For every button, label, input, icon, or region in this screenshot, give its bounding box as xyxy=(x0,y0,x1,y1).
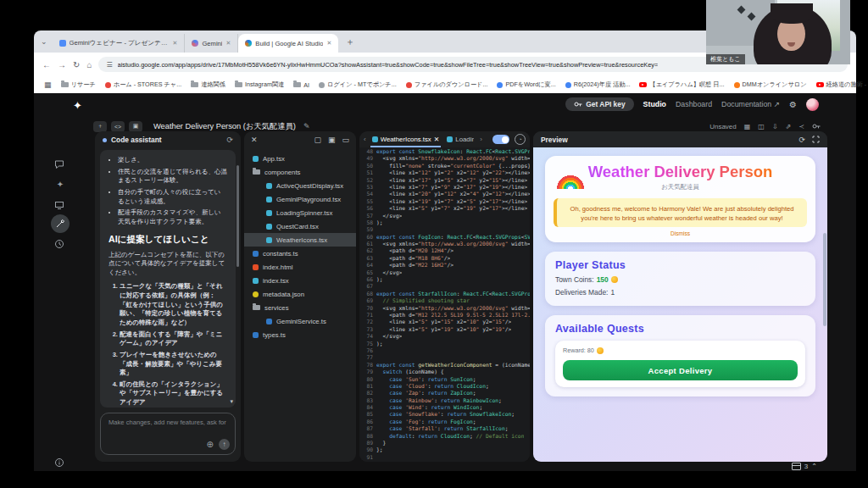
app-header-card: Weather Delivery Person お天気配達員 Oh, goodn… xyxy=(545,156,815,242)
info-icon[interactable] xyxy=(54,458,66,469)
tab-prev-icon[interactable]: ‹ xyxy=(364,136,366,143)
file-tree-item[interactable]: constants.ts xyxy=(244,247,356,260)
file-tree-item[interactable]: WeatherIcons.tsx xyxy=(244,233,356,247)
run-icon[interactable]: ◔ xyxy=(515,134,526,145)
tsx-file-icon xyxy=(253,278,259,284)
bookmark-item[interactable]: PDFをWordに変... xyxy=(497,80,555,89)
key2-icon[interactable] xyxy=(812,123,821,130)
left-rail: ✦ › xyxy=(34,119,86,471)
file-tree-item[interactable]: LoadingSpinner.tsx xyxy=(244,206,356,219)
editor-tab-2[interactable]: LoadingSpinner.tsx xyxy=(445,131,476,147)
build-icon[interactable] xyxy=(51,214,70,233)
bookmark-item[interactable]: ホーム - STORES チャ... xyxy=(105,80,181,89)
bookmark-item[interactable]: リサーチ xyxy=(61,80,96,89)
refresh-icon[interactable]: ⟳ xyxy=(226,136,233,144)
code-line: 60export const FogIcon: React.FC<React.S… xyxy=(359,234,530,241)
code-icon[interactable]: <> xyxy=(111,121,125,132)
browser-tab-3-active[interactable]: Build | Google AI Studio ✕ xyxy=(238,34,338,53)
fullscreen-icon[interactable] xyxy=(812,136,820,143)
new-file-icon[interactable]: ▢ xyxy=(314,136,321,144)
preview-scrollbar[interactable] xyxy=(823,233,826,326)
assistant-heading: AIに提案してほしいこと xyxy=(108,233,227,246)
editor-tab-active[interactable]: WeatherIcons.tsx ✕ xyxy=(370,131,442,147)
tab-search-icon[interactable]: ⌄ xyxy=(41,37,47,46)
collapse-icon[interactable]: ⌃ xyxy=(811,463,817,470)
file-tree-item[interactable]: QuestCard.tsx xyxy=(244,219,356,233)
assistant-input-box[interactable]: ⊕ ↑ xyxy=(100,413,236,455)
file-tree-item[interactable]: types.ts xyxy=(244,328,356,341)
share-icon[interactable]: ≺ xyxy=(798,123,804,130)
bookmark-item[interactable]: Instagram関連 xyxy=(235,80,284,89)
file-tree-item[interactable]: App.tsx xyxy=(244,152,356,165)
get-api-key-button[interactable]: Get API key xyxy=(565,97,633,111)
gear-icon[interactable]: ⚙ xyxy=(789,100,797,109)
home-icon[interactable]: ⌂ xyxy=(86,60,92,69)
tab-close-icon[interactable]: ✕ xyxy=(326,40,331,47)
bookmark-item[interactable]: ファイルのダウンロード... xyxy=(406,80,488,89)
bookmark-item[interactable]: 【エイブラハム】瞑想 日... xyxy=(639,80,724,89)
app-title: Weather Delivery Person xyxy=(554,164,807,180)
stream-icon[interactable] xyxy=(54,200,66,212)
file-tree-item[interactable]: metadata.json xyxy=(244,287,356,301)
bookmark-item[interactable]: 連絡関係 xyxy=(191,80,225,89)
nav-dashboard[interactable]: Dashboard xyxy=(676,100,712,108)
layout-icon[interactable]: ▣ xyxy=(129,121,142,132)
code-preview-toggle[interactable] xyxy=(492,135,509,144)
new-folder-icon[interactable]: ▭ xyxy=(342,136,349,144)
nav-documentation[interactable]: Documentation ↗ xyxy=(721,100,780,108)
bookmark-item[interactable]: R6(2024)年度 活動... xyxy=(565,80,631,89)
apps-grid-icon[interactable]: ▦ xyxy=(44,80,52,89)
console-bar[interactable]: 3 ⌃ xyxy=(792,463,817,470)
code-editor[interactable]: 48export const SnowflakeIcon: React.FC<R… xyxy=(359,147,530,462)
deploy-icon[interactable]: ⇗ xyxy=(786,123,792,130)
pencil-icon[interactable]: ✎ xyxy=(303,122,310,130)
upload-file-icon[interactable]: ▣ xyxy=(328,136,336,144)
file-tree-item[interactable]: GeminiService.ts xyxy=(244,314,356,328)
file-tree-item[interactable]: index.tsx xyxy=(244,274,356,287)
download-icon[interactable]: ⇩ xyxy=(772,123,778,130)
file-tree-item[interactable]: ActiveQuestDisplay.tsx xyxy=(244,179,356,192)
bookmark-item[interactable]: AI xyxy=(293,81,309,89)
dismiss-button[interactable]: Dismiss xyxy=(554,230,807,236)
bookmark-item[interactable]: 経絡道の施術 - Yo... xyxy=(816,80,868,89)
code-line: 88 default: return CloudIcon; // Default… xyxy=(359,433,530,440)
tsx-file-icon xyxy=(447,136,453,142)
back-icon[interactable]: ← xyxy=(42,60,51,69)
spark-icon[interactable]: ✦ xyxy=(54,180,66,191)
tab-close-icon[interactable]: ✕ xyxy=(173,40,178,47)
file-tree-item[interactable]: services xyxy=(244,301,356,314)
deliveries-value: 1 xyxy=(610,288,615,297)
history-icon[interactable] xyxy=(54,239,66,251)
assistant-input[interactable] xyxy=(107,418,229,427)
send-icon[interactable]: ↑ xyxy=(219,439,230,450)
welcome-notice: Oh, goodness me, welcome to Harmony Vale… xyxy=(554,198,807,228)
chat-icon[interactable] xyxy=(54,159,66,171)
tab-close-icon[interactable]: ✕ xyxy=(434,136,440,143)
file-tree-item[interactable]: components xyxy=(244,165,356,179)
reload-icon[interactable]: ↻ xyxy=(73,60,80,69)
close-icon[interactable]: ✕ xyxy=(251,136,258,144)
browser-tab-1[interactable]: Geminiウェビナー - プレゼンテーション ✕ xyxy=(53,34,186,53)
add-icon[interactable]: ＋ xyxy=(93,121,107,132)
tab-next-icon[interactable]: › xyxy=(480,136,482,143)
forward-icon[interactable]: → xyxy=(58,60,66,69)
nav-studio[interactable]: Studio xyxy=(643,100,666,108)
attach-plus-icon[interactable]: ⊕ xyxy=(207,440,214,449)
accept-delivery-button[interactable]: Accept Delivery xyxy=(563,360,798,380)
scroll-down-icon[interactable]: ▾ xyxy=(230,398,233,405)
tab-close-icon[interactable]: ✕ xyxy=(225,40,231,47)
tab-label: Build | Google AI Studio xyxy=(255,40,323,47)
bookmark-item[interactable]: ログイン - MTでポンチ... xyxy=(319,80,397,89)
columns-icon[interactable]: ◫ xyxy=(758,123,765,130)
preview-refresh-icon[interactable]: ⟳ xyxy=(798,136,805,144)
browser-tab-2[interactable]: Gemini ✕ xyxy=(185,34,238,53)
assistant-scrollbar[interactable] xyxy=(236,165,239,267)
bookmark-item[interactable]: DMMオンラインサロン xyxy=(734,80,807,89)
file-tree-item[interactable]: index.html xyxy=(244,260,356,274)
tsx-file-icon xyxy=(266,210,272,216)
grid-icon[interactable]: ▦ xyxy=(744,123,751,130)
gemini-favicon-icon xyxy=(192,40,198,47)
file-tree-item[interactable]: GeminiPlayground.tsx xyxy=(244,192,356,206)
new-tab-button[interactable]: ＋ xyxy=(345,36,354,48)
avatar[interactable] xyxy=(806,98,819,111)
